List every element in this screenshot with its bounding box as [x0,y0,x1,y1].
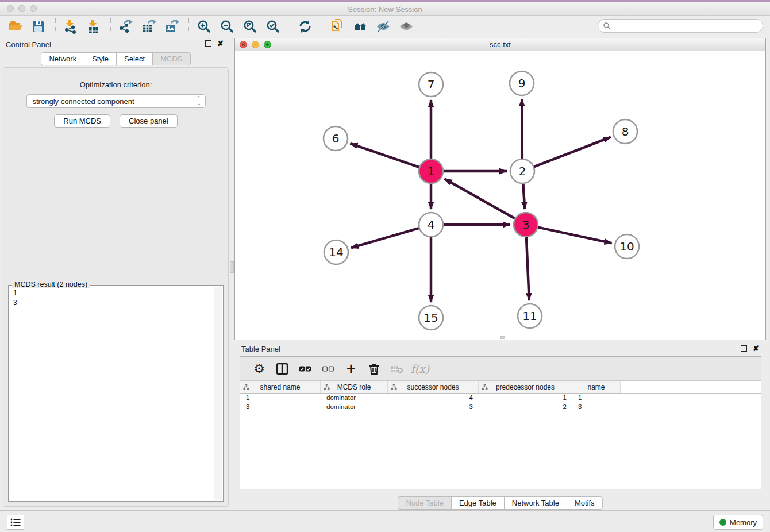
import-table-icon[interactable] [85,18,102,35]
run-mcds-button[interactable]: Run MCDS [54,114,110,128]
graph-edge-2-8[interactable] [534,137,611,167]
node-label: 10 [619,240,634,253]
graph-node-15[interactable]: 15 [419,306,443,330]
tab-mcds[interactable]: MCDS [152,52,190,65]
tab-motifs[interactable]: Motifs [567,496,603,510]
graph-edge-3-11[interactable] [526,237,529,300]
cell-predecessor-nodes[interactable]: 1 [479,394,572,403]
hide-selected-icon[interactable] [375,18,392,35]
graph-node-7[interactable]: 7 [419,72,443,97]
cell-name[interactable]: 3 [572,403,621,412]
close-panel-button[interactable]: Close panel [120,114,178,128]
zoom-out-icon[interactable] [218,18,236,35]
column-header-shared-name[interactable]: shared name [240,381,321,393]
graph-edge-2-3[interactable] [523,184,525,209]
tab-node-table[interactable]: Node Table [398,496,452,510]
search-input[interactable] [611,21,763,30]
function-builder-icon[interactable]: f(x) [410,360,430,377]
show-panel-list-button[interactable] [7,515,24,530]
result-scrollbar[interactable] [214,287,222,500]
tab-edge-table[interactable]: Edge Table [451,496,505,510]
graph-node-11[interactable]: 11 [518,304,542,328]
graph-edge-1-6[interactable] [351,144,419,167]
graph-node-14[interactable]: 14 [324,240,348,264]
cell-mcds-role[interactable]: dominator [321,394,388,403]
table-panel-tabs: Node TableEdge TableNetwork TableMotifs [234,496,766,510]
graph-node-2[interactable]: 2 [510,159,534,183]
import-network-icon[interactable] [62,18,79,35]
canvas-resize-handle[interactable] [500,336,505,339]
search-box[interactable] [598,19,763,33]
graph-edge-3-1[interactable] [445,179,515,218]
tab-network[interactable]: Network [41,52,84,65]
cell-shared-name[interactable]: 3 [240,403,321,412]
result-item[interactable]: 1 [13,288,214,298]
criterion-select[interactable]: strongly connected component ⌃⌄ [26,94,206,108]
table-header-row: shared nameMCDS rolesuccessor nodesprede… [240,381,761,394]
first-neighbors-icon[interactable] [352,18,369,35]
column-type-icon [391,384,397,390]
delete-table-icon[interactable] [387,360,407,377]
save-session-icon[interactable] [30,18,47,35]
zoom-in-icon[interactable] [195,18,213,35]
optimization-criterion-label: Optimization criterion: [3,80,228,89]
float-table-panel-icon[interactable] [741,345,747,352]
refresh-icon[interactable] [297,18,314,35]
table-row[interactable]: 3dominator323 [240,403,761,412]
zoom-fit-icon[interactable] [241,18,259,35]
tab-network-table[interactable]: Network Table [504,496,567,510]
graph-node-6[interactable]: 6 [324,126,348,151]
cell-successor-nodes[interactable]: 4 [388,394,479,403]
window-titlebar: Session: New Session [0,0,770,16]
show-all-icon[interactable] [398,18,415,35]
create-column-icon[interactable]: + [341,360,361,377]
graph-node-9[interactable]: 9 [510,71,534,95]
result-item[interactable]: 3 [13,298,214,308]
clone-network-icon[interactable] [329,18,346,35]
unselect-all-columns-icon[interactable] [318,360,338,377]
window-title: Session: New Session [0,5,770,14]
column-header-predecessor-nodes[interactable]: predecessor nodes [479,381,572,393]
graph-node-1[interactable]: 1 [419,159,443,183]
node-label: 6 [332,132,340,145]
graph-node-8[interactable]: 8 [613,119,637,144]
export-table-icon[interactable] [140,18,157,35]
column-header-successor-nodes[interactable]: successor nodes [388,381,479,393]
graph-node-4[interactable]: 4 [419,213,443,237]
table-toolbar: ⚙ + f(x) [240,357,761,381]
node-table-container: ⚙ + f(x) shared nameMCDS rolesuccessor n… [240,356,761,489]
memory-button[interactable]: Memory [713,515,763,530]
column-header-name[interactable]: name [572,381,621,393]
cell-shared-name[interactable]: 1 [240,394,321,403]
cell-mcds-role[interactable]: dominator [321,403,388,412]
network-canvas[interactable]: 7968124314101511 [235,51,765,340]
show-columns-icon[interactable] [272,360,292,377]
graph-edge-4-14[interactable] [351,228,419,248]
table-settings-icon[interactable]: ⚙ [249,360,269,377]
tab-select[interactable]: Select [116,52,153,65]
column-header-mcds-role[interactable]: MCDS role [321,381,388,393]
mcds-panel: Optimization criterion: strongly connect… [3,67,229,507]
network-graph[interactable]: 7968124314101511 [235,51,765,340]
panel-divider-handle[interactable] [230,261,234,273]
node-label: 11 [522,309,537,323]
tab-style[interactable]: Style [84,52,117,65]
graph-edge-2-9[interactable] [522,99,522,159]
float-panel-icon[interactable] [205,40,211,47]
table-row[interactable]: 1dominator411 [240,394,761,403]
delete-column-icon[interactable] [364,360,384,377]
mcds-result-list[interactable]: 13 [10,287,214,500]
graph-node-10[interactable]: 10 [615,234,639,259]
export-network-icon[interactable] [117,18,134,35]
cell-successor-nodes[interactable]: 3 [388,403,479,412]
cell-predecessor-nodes[interactable]: 2 [479,403,572,412]
cell-name[interactable]: 1 [572,394,621,403]
zoom-selected-icon[interactable] [264,18,282,35]
graph-node-3[interactable]: 3 [514,213,538,237]
open-session-icon[interactable] [7,18,24,35]
close-table-panel-icon[interactable]: ✘ [753,345,759,352]
select-all-columns-icon[interactable] [295,360,315,377]
close-panel-icon[interactable]: ✘ [217,40,224,47]
graph-edge-3-10[interactable] [538,228,612,244]
export-image-icon[interactable] [163,18,180,35]
